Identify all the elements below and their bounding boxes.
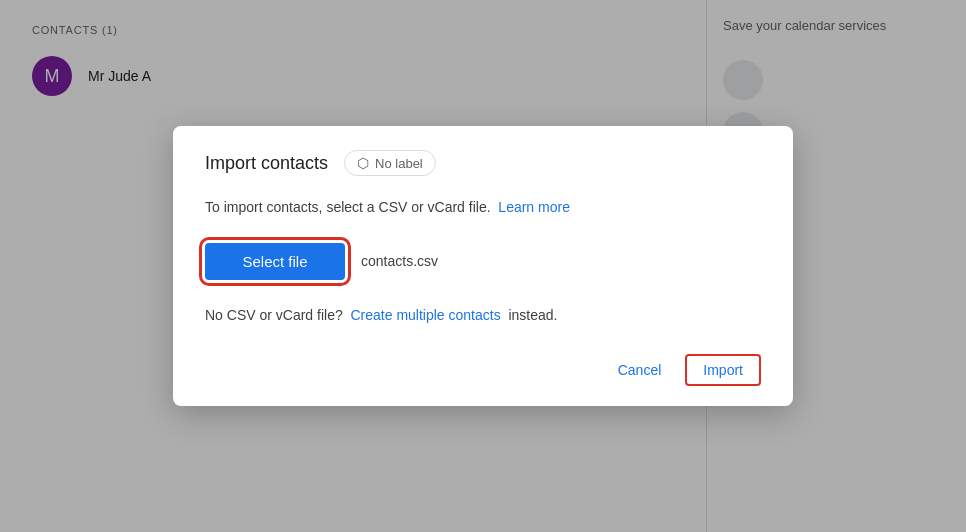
- no-csv-prefix: No CSV or vCard file?: [205, 307, 343, 323]
- label-badge-text: No label: [375, 156, 423, 171]
- dialog-description: To import contacts, select a CSV or vCar…: [205, 196, 761, 218]
- dialog-overlay: Import contacts ⬡ No label To import con…: [0, 0, 966, 532]
- label-badge[interactable]: ⬡ No label: [344, 150, 436, 176]
- create-multiple-contacts-link[interactable]: Create multiple contacts: [351, 307, 501, 323]
- file-name: contacts.csv: [361, 253, 438, 269]
- learn-more-link[interactable]: Learn more: [498, 199, 570, 215]
- dialog-header: Import contacts ⬡ No label: [205, 150, 761, 176]
- no-csv-row: No CSV or vCard file? Create multiple co…: [205, 304, 761, 326]
- select-file-button[interactable]: Select file: [205, 243, 345, 280]
- dialog-actions: Cancel Import: [205, 354, 761, 386]
- no-csv-suffix: instead.: [508, 307, 557, 323]
- label-icon: ⬡: [357, 155, 369, 171]
- description-text: To import contacts, select a CSV or vCar…: [205, 199, 491, 215]
- file-select-row: Select file contacts.csv: [205, 243, 761, 280]
- import-contacts-dialog: Import contacts ⬡ No label To import con…: [173, 126, 793, 406]
- dialog-title: Import contacts: [205, 153, 328, 174]
- import-button[interactable]: Import: [685, 354, 761, 386]
- cancel-button[interactable]: Cancel: [602, 354, 678, 386]
